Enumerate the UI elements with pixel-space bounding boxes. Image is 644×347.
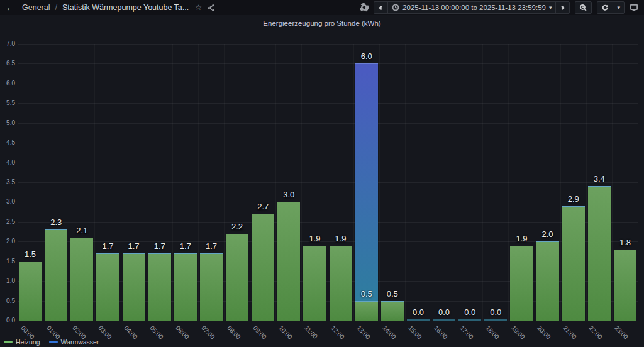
x-axis-label: 06:00 — [174, 324, 190, 340]
legend-marker — [4, 341, 13, 343]
bar-value-label: 1.7 — [194, 241, 229, 251]
y-axis-tick-label: 7.0 — [0, 40, 15, 48]
breadcrumb-dashboard-title[interactable]: Statistik Wärmepumpe Youtube Ta... — [62, 3, 189, 12]
bar-segment-heizung — [536, 241, 559, 321]
bar-value-label: 1.9 — [504, 234, 539, 244]
bar-value-label: 3.0 — [271, 190, 306, 200]
bar-stack — [355, 63, 378, 321]
chevron-down-icon: ▾ — [617, 4, 620, 11]
refresh-interval-dropdown[interactable]: ▾ — [613, 2, 624, 13]
bar-stack — [458, 319, 481, 321]
bar-segment-heizung — [303, 246, 326, 321]
bar-segment-heizung — [330, 246, 352, 321]
bar-segment-heizung — [614, 250, 636, 321]
legend-marker — [49, 341, 58, 343]
y-axis-tick-label: 6.5 — [0, 60, 15, 67]
bar-slot: 2.7 — [250, 44, 276, 321]
bar-slot: 3.4 — [587, 44, 613, 321]
bar-segment-heizung — [19, 262, 42, 321]
bar-stack — [96, 253, 119, 321]
bar-segment-heizung — [45, 229, 67, 321]
bar-segment-zero — [407, 319, 430, 321]
y-axis-tick-label: 5.5 — [0, 99, 15, 107]
zoom-out-control — [575, 1, 592, 14]
x-axis-label: 21:00 — [562, 324, 578, 340]
bar-stack — [614, 250, 636, 321]
bar-value-label: 3.4 — [582, 174, 617, 184]
grafana-dashboard: ← General / Statistik Wärmepumpe Youtube… — [0, 0, 644, 347]
bar-value-label: 2.0 — [530, 229, 565, 240]
bar-segment-heizung — [562, 206, 585, 321]
y-axis-tick-label: 6.0 — [0, 80, 15, 87]
bar-value-label: 1.8 — [608, 238, 643, 248]
bar-stack — [200, 253, 223, 321]
y-axis-tick-label: 4.0 — [0, 159, 15, 167]
bar-segment-heizung — [510, 246, 533, 321]
bar-value-label: 1.9 — [323, 234, 358, 244]
time-range-picker-button[interactable]: 2025-11-13 00:00:00 to 2025-11-13 23:59:… — [387, 2, 555, 13]
panel-title[interactable]: Energieerzeugung pro Stunde (kWh) — [0, 19, 644, 27]
x-axis-label: 22:00 — [588, 324, 604, 340]
y-axis-tick-label: 0.0 — [0, 317, 15, 324]
x-axis-label: 11:00 — [304, 324, 319, 340]
legend-item-heizung[interactable]: Heizung — [4, 338, 40, 346]
x-axis-label: 14:00 — [381, 324, 397, 340]
bar-segment-heizung — [355, 301, 378, 321]
x-axis-label: 17:00 — [458, 324, 474, 340]
settings-gear-icon[interactable] — [360, 3, 369, 12]
bar-segment-heizung — [148, 253, 171, 321]
y-axis-tick-label: 2.0 — [0, 238, 15, 245]
bar-slot: 0.0 — [457, 44, 483, 321]
bar-stack — [562, 206, 585, 321]
bar-stack — [70, 238, 93, 321]
bar-slot: 2.3 — [43, 44, 69, 321]
bar-value-label: 1.7 — [90, 241, 125, 251]
bar-segment-heizung — [96, 253, 119, 321]
top-navbar: ← General / Statistik Wärmepumpe Youtube… — [0, 0, 644, 15]
bar-slot: 1.9 — [302, 44, 328, 321]
bar-segment-heizung — [174, 253, 197, 321]
share-icon[interactable] — [207, 4, 215, 12]
bar-stack — [303, 246, 326, 321]
x-axis-label: 05:00 — [148, 324, 164, 340]
bar-slot: 1.7 — [95, 44, 121, 321]
star-icon[interactable]: ☆ — [195, 4, 202, 11]
y-axis-tick-label: 1.0 — [0, 277, 15, 285]
bar-slot: 0.56.0 — [354, 44, 380, 321]
x-axis-label: 04:00 — [123, 324, 138, 340]
bar-value-label: 2.1 — [64, 226, 99, 236]
bar-value-label: 0.5 — [375, 289, 410, 299]
kiosk-monitor-icon[interactable] — [630, 3, 638, 12]
bar-slot: 0.0 — [483, 44, 509, 321]
y-axis-tick-label: 3.0 — [0, 198, 15, 206]
bar-slot: 1.7 — [147, 44, 173, 321]
chevron-down-icon: ▾ — [549, 4, 552, 11]
bar-stack — [536, 241, 559, 321]
bar-stack — [277, 202, 300, 321]
legend-item-warmwasser[interactable]: Warmwasser — [49, 338, 99, 346]
zoom-out-button[interactable] — [575, 2, 591, 13]
x-axis-label: 07:00 — [200, 324, 216, 340]
chart-plot-area[interactable]: 1.52.32.11.71.71.71.71.72.22.73.01.91.90… — [18, 44, 638, 321]
bar-stack — [45, 229, 67, 321]
bar-value-label: 2.2 — [219, 222, 255, 232]
breadcrumb-root[interactable]: General — [22, 3, 50, 12]
x-axis-label: 20:00 — [536, 324, 552, 340]
bar-stack — [433, 319, 455, 321]
y-axis-tick-label: 0.5 — [0, 297, 15, 305]
time-shift-forward-button[interactable] — [555, 2, 569, 13]
bar-stack — [588, 186, 611, 321]
time-shift-back-button[interactable] — [374, 2, 387, 13]
bar-stack — [252, 214, 274, 321]
back-icon[interactable]: ← — [6, 3, 14, 12]
bar-stack — [174, 253, 197, 321]
bar-segment-heizung — [277, 202, 300, 321]
bar-value-label: 6.0 — [349, 52, 384, 62]
refresh-button[interactable] — [597, 2, 613, 13]
bar-value-label: 1.9 — [297, 234, 332, 244]
bar-stack — [484, 319, 507, 321]
bar-segment-zero — [433, 319, 455, 321]
time-range-text: 2025-11-13 00:00:00 to 2025-11-13 23:59:… — [402, 4, 546, 11]
bar-segment-zero — [484, 319, 507, 321]
x-axis-label: 10:00 — [278, 324, 294, 340]
